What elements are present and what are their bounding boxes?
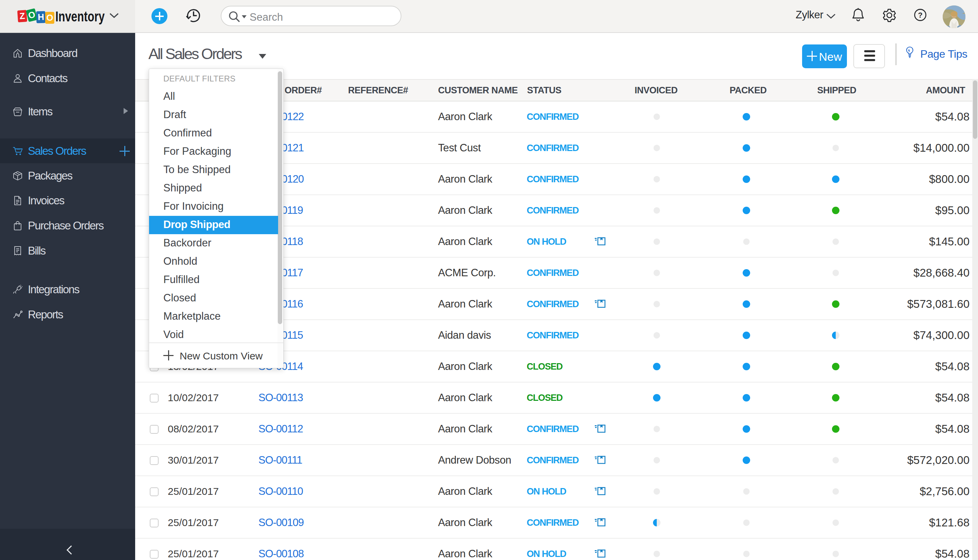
svg-text:?: ? bbox=[918, 11, 922, 19]
